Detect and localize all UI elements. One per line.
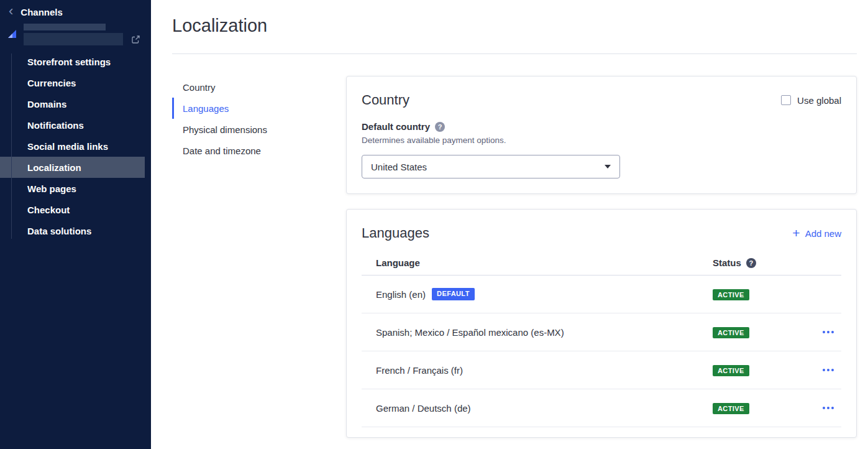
column-language: Language [376, 257, 713, 268]
language-name-cell: Spanish; Mexico / Español mexicano (es-M… [376, 327, 713, 338]
languages-table: Language Status ? English (en) DEF [362, 251, 841, 427]
sidebar-item-localization[interactable]: Localization [0, 157, 145, 178]
column-status: Status ? [713, 257, 815, 268]
default-badge: DEFAULT [432, 288, 475, 300]
settings-subnav: Country Languages Physical dimensions Da… [172, 76, 346, 161]
add-new-label: Add new [805, 228, 841, 239]
table-row: German / Deutsch (de) ACTIVE [362, 389, 841, 427]
status-badge: ACTIVE [713, 327, 749, 338]
table-row: Spanish; Mexico / Español mexicano (es-M… [362, 313, 841, 351]
status-help-icon[interactable]: ? [746, 258, 756, 268]
use-global-checkbox[interactable] [781, 95, 791, 105]
external-link-icon[interactable] [131, 35, 140, 44]
screen: ‹ Channels Storefront settings Currencie… [0, 0, 868, 449]
sidebar-item-social-media-links[interactable]: Social media links [0, 136, 151, 157]
main-content: Localization Country Languages Physical … [151, 0, 868, 449]
language-name-cell: English (en) DEFAULT [376, 288, 713, 300]
default-country-help-icon[interactable]: ? [435, 122, 445, 132]
row-overflow-menu-button[interactable] [815, 327, 841, 337]
use-global-label: Use global [797, 95, 841, 106]
languages-table-header: Language Status ? [362, 251, 841, 275]
default-country-selected-value: United States [371, 162, 427, 172]
sidebar-item-domains[interactable]: Domains [0, 93, 151, 114]
default-country-select[interactable]: United States [362, 155, 620, 178]
subnav-item-physical-dimensions[interactable]: Physical dimensions [172, 119, 346, 140]
sidebar-header: ‹ Channels [0, 0, 151, 19]
subnav-item-date-and-timezone[interactable]: Date and timezone [172, 140, 346, 161]
country-card: Country Use global Default country ? Det… [346, 76, 857, 194]
language-name-cell: German / Deutsch (de) [376, 403, 713, 414]
cards-column: Country Use global Default country ? Det… [346, 76, 857, 438]
use-global-control: Use global [781, 95, 841, 106]
sidebar-title: Channels [21, 7, 63, 17]
channel-logo-icon [7, 29, 17, 39]
table-row: French / Français (fr) ACTIVE [362, 351, 841, 389]
content-row: Country Languages Physical dimensions Da… [151, 54, 868, 438]
status-badge: ACTIVE [713, 365, 749, 376]
page-title: Localization [172, 15, 857, 36]
status-badge: ACTIVE [713, 289, 749, 300]
country-card-title: Country [362, 91, 409, 109]
languages-card-header: Languages + Add new [362, 224, 841, 242]
channel-url-skeleton [24, 33, 123, 45]
language-name-cell: French / Français (fr) [376, 365, 713, 376]
caret-down-icon [605, 165, 611, 169]
channel-name-skeleton [24, 24, 106, 30]
sidebar-item-currencies[interactable]: Currencies [0, 72, 151, 93]
subnav-item-country[interactable]: Country [172, 76, 346, 98]
sidebar: ‹ Channels Storefront settings Currencie… [0, 0, 151, 449]
row-overflow-menu-button[interactable] [815, 365, 841, 375]
sidebar-item-storefront-settings[interactable]: Storefront settings [0, 51, 151, 72]
sidebar-item-checkout[interactable]: Checkout [0, 199, 151, 220]
plus-icon: + [792, 226, 800, 239]
page-header: Localization [151, 0, 868, 36]
back-chevron-icon[interactable]: ‹ [9, 4, 13, 18]
languages-card-title: Languages [362, 224, 429, 242]
table-row: English (en) DEFAULT ACTIVE [362, 275, 841, 313]
default-country-label: Default country [362, 121, 430, 132]
row-overflow-menu-button[interactable] [815, 403, 841, 413]
sidebar-item-notifications[interactable]: Notifications [0, 114, 151, 136]
languages-card: Languages + Add new Language Stat [346, 209, 857, 438]
status-badge: ACTIVE [713, 403, 749, 414]
default-country-label-row: Default country ? [362, 121, 841, 132]
sidebar-nav: Storefront settings Currencies Domains N… [0, 51, 151, 241]
add-new-language-button[interactable]: + Add new [792, 228, 841, 239]
sidebar-item-web-pages[interactable]: Web pages [0, 178, 151, 199]
subnav-item-languages[interactable]: Languages [172, 98, 346, 119]
sidebar-item-data-solutions[interactable]: Data solutions [0, 220, 151, 241]
country-card-header: Country Use global [362, 91, 841, 109]
default-country-help-text: Determines available payment options. [362, 136, 841, 145]
